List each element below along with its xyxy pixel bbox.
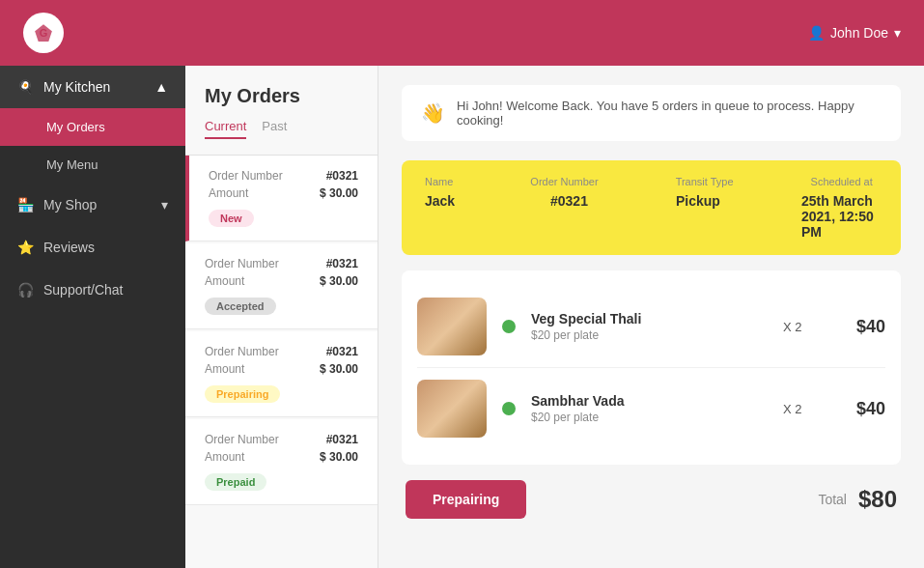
item-image [417,298,487,355]
orders-panel-title: My Orders [185,85,378,119]
user-icon: 👤 [808,25,825,41]
order-detail-card: Name Order Number Transit Type Scheduled… [402,160,901,255]
dropdown-icon: ▾ [894,25,901,41]
order-number-header: Order Number [530,176,598,187]
order-name-value: Jack [425,193,502,240]
orders-tabs: Current Past [185,119,378,156]
item-image [417,380,487,438]
orders-panel: My Orders Current Past Order Number #032… [185,66,378,568]
sidebar-sub-label: My Menu [46,157,98,172]
shop-icon: 🏪 [17,197,34,213]
amount-label: Amount [205,450,244,464]
item-quantity: X 2 [783,320,822,334]
kitchen-icon: 🍳 [17,79,34,95]
status-badge: Prepaid [205,473,266,491]
sidebar-item-label: My Shop [43,197,97,213]
sidebar-item-reviews[interactable]: ⭐ Reviews [0,226,185,269]
order-item-row: Veg Special Thali $20 per plate X 2 $40 [417,286,885,368]
order-number-label: Order Number [205,433,279,446]
chevron-down-icon: ▾ [161,197,168,213]
app-logo: G [23,13,64,53]
order-card[interactable]: Order Number #0321 Amount $ 30.00 New [185,156,378,241]
order-card[interactable]: Order Number #0321 Amount $ 30.00 Prepai… [185,331,378,417]
item-name: Sambhar Vada [531,393,768,409]
order-number-value: #0321 [550,193,628,240]
name-header: Name [425,176,453,187]
order-number-label: Order Number [209,169,283,183]
item-info: Sambhar Vada $20 per plate [531,393,768,424]
content-area: My Orders Current Past Order Number #032… [185,66,924,568]
status-badge: New [209,210,254,227]
order-card[interactable]: Order Number #0321 Amount $ 30.00 Prepai… [185,419,378,505]
sidebar-item-label: My Kitchen [43,79,110,95]
scheduled-at-value: 25th March 2021, 12:50 PM [801,193,879,240]
sidebar-item-label: Reviews [43,240,95,255]
wave-icon: 👋 [421,101,445,125]
tab-past[interactable]: Past [262,119,287,139]
sidebar-sub-item-my-menu[interactable]: My Menu [0,146,185,184]
sidebar-item-my-kitchen[interactable]: 🍳 My Kitchen ▲ [0,66,185,108]
order-card[interactable]: Order Number #0321 Amount $ 30.00 Accept… [185,243,378,329]
item-name: Veg Special Thali [531,311,768,327]
welcome-banner: 👋 Hi John! Welcome Back. You have 5 orde… [402,85,901,141]
order-number-value: #0321 [326,257,358,270]
total-amount: $80 [858,486,897,513]
veg-dot [502,320,516,333]
reviews-icon: ⭐ [17,240,34,255]
sidebar: 🍳 My Kitchen ▲ My Orders My Menu 🏪 My Sh… [0,66,185,568]
order-number-value: #0321 [326,345,358,358]
amount-label: Amount [205,274,244,288]
user-menu[interactable]: 👤 John Doe ▾ [808,25,901,41]
amount-label: Amount [205,362,244,376]
sidebar-sub-label: My Orders [46,120,105,134]
order-footer: Prepairing Total $80 [402,480,901,519]
sidebar-sub-item-my-orders[interactable]: My Orders [0,108,185,146]
chevron-up-icon: ▲ [154,79,168,95]
amount-value: $ 30.00 [320,362,358,376]
veg-dot [502,402,516,415]
svg-text:G: G [40,27,48,39]
order-number-label: Order Number [205,257,279,270]
support-icon: 🎧 [17,282,34,298]
amount-value: $ 30.00 [320,274,358,288]
status-badge: Prepairing [205,385,280,403]
prepairing-button[interactable]: Prepairing [406,480,526,519]
tab-current[interactable]: Current [205,119,246,139]
amount-label: Amount [209,186,248,200]
item-total: $40 [837,399,885,419]
item-quantity: X 2 [783,402,822,416]
scheduled-at-header: Scheduled at [811,176,873,187]
item-total: $40 [837,317,885,337]
order-items: Veg Special Thali $20 per plate X 2 $40 … [402,270,901,465]
welcome-text: Hi John! Welcome Back. You have 5 orders… [457,99,882,128]
sidebar-item-label: Support/Chat [43,282,124,298]
order-number-value: #0321 [326,169,358,183]
sidebar-item-support-chat[interactable]: 🎧 Support/Chat [0,269,185,311]
total-label: Total [818,492,847,507]
status-badge: Accepted [205,298,276,315]
amount-value: $ 30.00 [320,186,358,200]
user-name: John Doe [830,25,888,41]
order-number-value: #0321 [326,433,358,446]
app-header: G 👤 John Doe ▾ [0,0,924,66]
total-section: Total $80 [818,486,897,513]
detail-panel: 👋 Hi John! Welcome Back. You have 5 orde… [378,66,924,568]
amount-value: $ 30.00 [320,450,358,464]
item-price: $20 per plate [531,328,768,342]
order-number-label: Order Number [205,345,279,358]
item-info: Veg Special Thali $20 per plate [531,311,768,342]
main-layout: 🍳 My Kitchen ▲ My Orders My Menu 🏪 My Sh… [0,66,924,568]
item-price: $20 per plate [531,411,768,424]
transit-type-value: Pickup [676,193,753,240]
transit-type-header: Transit Type [676,176,734,187]
order-item-row: Sambhar Vada $20 per plate X 2 $40 [417,368,885,449]
sidebar-item-my-shop[interactable]: 🏪 My Shop ▾ [0,184,185,226]
